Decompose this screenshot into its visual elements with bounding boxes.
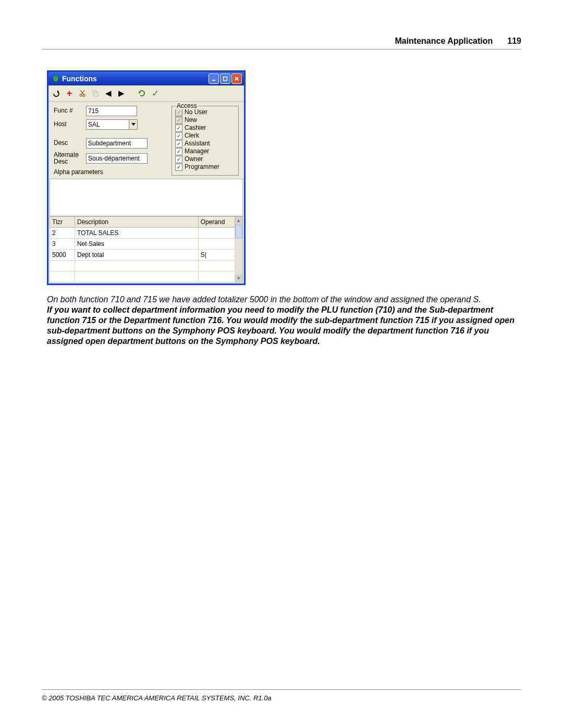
svg-point-5 — [83, 94, 85, 96]
empty-panel — [50, 179, 243, 216]
altdesc-label: Alternate Desc — [54, 152, 86, 165]
access-legend: Access — [175, 102, 199, 109]
checkbox-icon[interactable]: ✓ — [175, 132, 182, 140]
scroll-down-icon[interactable]: ▼ — [235, 275, 242, 282]
access-row-owner[interactable]: ✓Owner — [175, 155, 235, 163]
func-input[interactable] — [86, 106, 137, 116]
access-label: Owner — [185, 155, 203, 163]
cell-operand[interactable] — [198, 239, 235, 250]
instruction-paragraph: If you want to collect department inform… — [47, 305, 516, 347]
access-label: Assistant — [185, 140, 210, 147]
access-row-nouser[interactable]: ✓No User — [175, 108, 235, 116]
desc-label: Desc — [54, 140, 86, 146]
cell-tlzr[interactable]: 2 — [50, 228, 75, 239]
checkbox-icon[interactable]: ✓ — [175, 156, 182, 163]
copy-icon[interactable] — [91, 89, 100, 98]
col-tlzr[interactable]: Tlzr — [50, 217, 75, 228]
svg-point-4 — [80, 94, 82, 96]
undo-icon[interactable] — [52, 89, 61, 98]
host-dropdown-button[interactable] — [129, 119, 138, 130]
table-row[interactable] — [50, 261, 235, 272]
cell-desc[interactable]: Net Sales — [75, 239, 199, 250]
access-label: New — [185, 116, 197, 124]
header-section: Maintenance Application — [395, 36, 493, 46]
cell-desc[interactable]: TOTAL SALES — [75, 228, 199, 239]
prev-icon[interactable]: ◀ — [104, 89, 113, 98]
access-label: Clerk — [185, 132, 199, 140]
access-row-manager[interactable]: ✓Manager — [175, 147, 235, 155]
col-description[interactable]: Description — [75, 217, 199, 228]
cell-tlzr[interactable]: 3 — [50, 239, 75, 250]
form-area: Func # Host Desc — [48, 102, 244, 178]
page-footer: © 2005 TOSHIBA TEC AMERICA AMERICA RETAI… — [42, 689, 521, 702]
page-header: Maintenance Application 119 — [42, 36, 521, 50]
close-button[interactable] — [231, 73, 242, 84]
cell-tlzr[interactable] — [50, 261, 75, 272]
cell-operand[interactable] — [198, 272, 235, 282]
refresh-icon[interactable] — [138, 89, 147, 98]
table-row[interactable]: 2TOTAL SALES — [50, 228, 235, 239]
access-group: Access ✓No User ✓New ✓Cashier ✓Clerk ✓As… — [172, 106, 239, 176]
next-icon[interactable]: ▶ — [117, 89, 126, 98]
window-title: Functions — [62, 75, 207, 83]
cell-tlzr[interactable]: 5000 — [50, 250, 75, 261]
minimize-button[interactable] — [209, 73, 219, 84]
functions-window: Functions + ◀ ▶ — [47, 70, 246, 285]
func-label: Func # — [54, 107, 86, 114]
table-row[interactable]: 5000Dept totalS| — [50, 250, 235, 261]
access-row-assistant[interactable]: ✓Assistant — [175, 140, 235, 147]
scroll-thumb[interactable] — [235, 225, 242, 238]
checkbox-icon[interactable]: ✓ — [175, 109, 182, 116]
maximize-button[interactable] — [220, 73, 230, 84]
col-operand[interactable]: Operand — [198, 217, 235, 228]
host-input[interactable] — [86, 119, 129, 130]
scroll-up-icon[interactable]: ▲ — [235, 217, 242, 224]
access-label: Cashier — [185, 124, 206, 132]
header-page-number: 119 — [507, 36, 521, 46]
cell-desc[interactable]: Dept total — [75, 250, 199, 261]
table-row[interactable] — [50, 272, 235, 282]
access-label: Programmer — [185, 163, 219, 171]
table-scrollbar[interactable]: ▲ ▼ — [235, 216, 243, 282]
access-row-clerk[interactable]: ✓Clerk — [175, 132, 235, 140]
cell-tlzr[interactable] — [50, 272, 75, 282]
caption-paragraph: On both function 710 and 715 we have add… — [47, 294, 516, 305]
cell-operand[interactable]: S| — [198, 250, 235, 261]
cell-operand[interactable] — [198, 228, 235, 239]
cell-operand[interactable] — [198, 261, 235, 272]
totalizer-table[interactable]: Tlzr Description Operand 2TOTAL SALES 3N… — [50, 216, 235, 282]
access-row-new[interactable]: ✓New — [175, 116, 235, 124]
cell-desc[interactable] — [75, 261, 199, 272]
access-label: No User — [185, 108, 207, 116]
desc-input[interactable] — [86, 138, 148, 149]
svg-rect-1 — [224, 77, 227, 81]
toolbar: + ◀ ▶ ✓ — [48, 85, 244, 102]
ok-icon[interactable]: ✓ — [151, 89, 160, 98]
body-text: On both function 710 and 715 we have add… — [47, 294, 516, 347]
access-row-cashier[interactable]: ✓Cashier — [175, 124, 235, 132]
totalizer-table-wrap: Tlzr Description Operand 2TOTAL SALES 3N… — [50, 216, 243, 282]
alpha-parameters-label: Alpha parameters — [54, 168, 166, 176]
altdesc-input[interactable] — [86, 153, 148, 164]
checkbox-icon[interactable]: ✓ — [175, 117, 182, 124]
table-header-row: Tlzr Description Operand — [50, 217, 235, 228]
titlebar[interactable]: Functions — [48, 72, 244, 85]
cut-icon[interactable] — [78, 89, 87, 98]
cell-desc[interactable] — [75, 272, 199, 282]
checkbox-icon[interactable]: ✓ — [175, 125, 182, 132]
checkbox-icon[interactable]: ✓ — [175, 164, 182, 171]
checkbox-icon[interactable]: ✓ — [175, 148, 182, 155]
table-row[interactable]: 3Net Sales — [50, 239, 235, 250]
add-icon[interactable]: + — [65, 89, 74, 98]
access-label: Manager — [185, 147, 209, 155]
app-icon — [52, 75, 60, 83]
host-label: Host — [54, 121, 86, 128]
checkbox-icon[interactable]: ✓ — [175, 140, 182, 147]
svg-rect-9 — [94, 92, 98, 96]
access-row-programmer[interactable]: ✓Programmer — [175, 163, 235, 171]
